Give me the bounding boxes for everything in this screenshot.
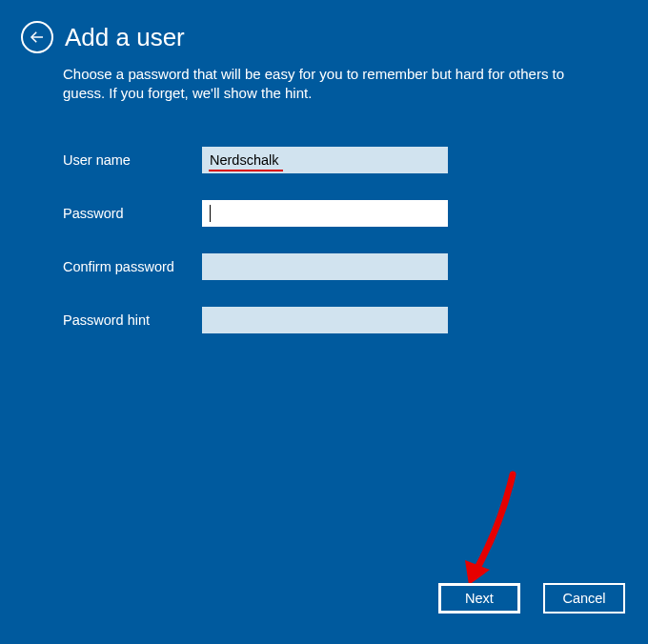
next-button[interactable]: Next <box>438 583 520 614</box>
page-description: Choose a password that will be easy for … <box>63 65 597 104</box>
add-user-form: User name Password Confirm password Pass… <box>63 146 648 334</box>
username-input[interactable] <box>202 147 448 173</box>
confirm-password-input[interactable] <box>202 253 448 280</box>
password-input[interactable] <box>202 200 448 227</box>
arrow-left-icon <box>29 29 46 46</box>
password-hint-label: Password hint <box>63 312 202 328</box>
back-button[interactable] <box>21 21 53 53</box>
svg-marker-1 <box>465 560 490 585</box>
confirm-password-label: Confirm password <box>63 259 202 274</box>
password-hint-input[interactable] <box>202 307 448 333</box>
username-label: User name <box>63 152 202 168</box>
page-title: Add a user <box>65 23 185 52</box>
annotation-arrow-icon <box>456 467 522 591</box>
cancel-button[interactable]: Cancel <box>543 583 625 614</box>
password-label: Password <box>63 206 202 221</box>
